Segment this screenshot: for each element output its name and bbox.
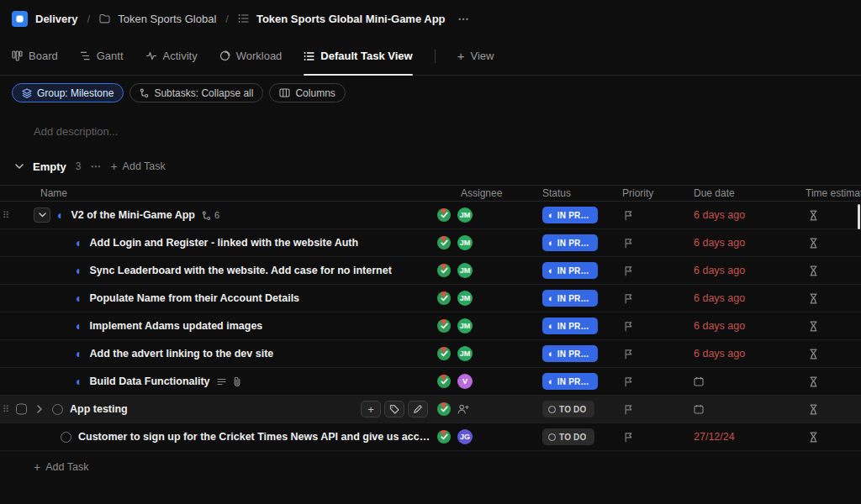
progress-check-icon[interactable] (437, 236, 451, 249)
priority-cell[interactable] (615, 432, 687, 443)
due-date-cell[interactable]: 6 days ago (687, 237, 799, 249)
status-badge[interactable]: ◐IN PROGRESS (542, 373, 598, 390)
task-status-in-progress-icon[interactable]: ◐ (76, 265, 82, 276)
priority-cell[interactable] (615, 265, 687, 276)
status-badge[interactable]: ◐IN PROGRESS (542, 234, 598, 251)
progress-check-icon[interactable] (437, 208, 451, 222)
column-header-due-date[interactable]: Due date (687, 187, 799, 199)
status-badge[interactable]: ◐IN PROGRESS (542, 290, 598, 307)
breadcrumb-more-icon[interactable]: ⋯ (458, 13, 470, 25)
due-date-cell[interactable] (687, 404, 799, 414)
assignee-avatar[interactable]: JM (457, 291, 473, 306)
time-estimate-cell[interactable] (799, 321, 861, 332)
task-row[interactable]: ◐Add Login and Register - linked with th… (0, 229, 861, 257)
priority-cell[interactable] (615, 404, 687, 415)
description-icon[interactable] (217, 378, 226, 386)
due-date-cell[interactable]: 6 days ago (687, 209, 799, 221)
due-date-cell[interactable] (687, 376, 799, 386)
task-name[interactable]: Customer to sign up for the Cricket Time… (78, 431, 433, 443)
task-row[interactable]: ◐Sync Leaderboard with the website. Add … (0, 257, 861, 285)
due-date-cell[interactable]: 27/12/24 (687, 431, 799, 443)
tab-board[interactable]: Board (12, 37, 58, 75)
status-badge[interactable]: TO DO (542, 428, 594, 445)
time-estimate-cell[interactable] (799, 293, 861, 304)
task-row[interactable]: ◐Populate Name from their Account Detail… (0, 285, 861, 312)
task-row[interactable]: ⠿◐V2 of the Mini-Game App6JM◐IN PROGRESS… (0, 202, 861, 229)
task-row[interactable]: Customer to sign up for the Cricket Time… (0, 423, 861, 451)
assignee-avatar[interactable]: JM (457, 207, 473, 223)
task-name[interactable]: Add the advert linking to the dev site (89, 348, 273, 360)
assignee-avatar[interactable]: JM (457, 235, 473, 250)
column-header-status[interactable]: Status (536, 187, 615, 199)
column-header-name[interactable]: Name (0, 187, 433, 199)
row-select-checkbox[interactable] (16, 404, 27, 415)
due-date-cell[interactable]: 6 days ago (687, 348, 799, 360)
due-date-cell[interactable]: 6 days ago (687, 292, 799, 304)
time-estimate-cell[interactable] (799, 349, 861, 360)
assignee-avatar[interactable]: JM (457, 263, 473, 278)
priority-cell[interactable] (615, 293, 687, 304)
task-status-in-progress-icon[interactable]: ◐ (76, 237, 82, 249)
breadcrumb-space[interactable]: Delivery (35, 13, 78, 25)
breadcrumb-list[interactable]: Token Sports Global Mini-Game App (256, 13, 446, 25)
due-date-cell[interactable]: 6 days ago (687, 265, 799, 276)
due-date-cell[interactable]: 6 days ago (687, 320, 799, 332)
tab-workload[interactable]: Workload (219, 37, 283, 75)
priority-cell[interactable] (615, 210, 687, 221)
priority-cell[interactable] (615, 238, 687, 249)
time-estimate-cell[interactable] (799, 432, 861, 443)
progress-check-icon[interactable] (437, 319, 451, 333)
subtask-count-badge[interactable]: 6 (202, 210, 219, 220)
add-assignee-icon[interactable] (457, 404, 469, 414)
progress-check-icon[interactable] (437, 430, 451, 444)
columns-button[interactable]: Columns (269, 83, 345, 102)
progress-check-icon[interactable] (437, 264, 451, 277)
time-estimate-cell[interactable] (799, 238, 861, 249)
task-name[interactable]: Populate Name from their Account Details (89, 292, 299, 304)
breadcrumb-folder[interactable]: Token Sports Global (118, 13, 216, 25)
add-subtask-button[interactable]: + (361, 401, 381, 417)
expand-chevron-icon[interactable] (34, 405, 45, 413)
footer-add-task-button[interactable]: + Add Task (34, 460, 88, 474)
progress-check-icon[interactable] (437, 347, 451, 360)
column-header-time-estimate[interactable]: Time estimate (799, 187, 861, 199)
task-name[interactable]: Implement Adams updated images (89, 320, 262, 332)
task-row[interactable]: ◐Add the advert linking to the dev siteJ… (0, 340, 861, 368)
assignee-avatar[interactable]: JM (457, 318, 473, 333)
time-estimate-cell[interactable] (799, 376, 861, 387)
status-badge[interactable]: ◐IN PROGRESS (542, 207, 598, 223)
attachment-icon[interactable] (233, 376, 241, 387)
column-header-priority[interactable]: Priority (615, 187, 687, 199)
task-name[interactable]: App testing (70, 403, 128, 415)
group-name[interactable]: Empty (33, 160, 66, 173)
task-status-todo-icon[interactable] (61, 432, 71, 443)
time-estimate-cell[interactable] (799, 265, 861, 276)
assignee-avatar[interactable]: V (457, 374, 473, 389)
task-name[interactable]: Add Login and Register - linked with the… (89, 237, 358, 249)
subtasks-button[interactable]: Subtasks: Collapse all (129, 83, 263, 102)
assignee-avatar[interactable]: JM (457, 346, 473, 361)
task-row[interactable]: ◐Build Data FunctionalityV◐IN PROGRESS (0, 368, 861, 396)
task-status-in-progress-icon[interactable]: ◐ (57, 209, 64, 221)
status-badge[interactable]: ◐IN PROGRESS (542, 262, 598, 279)
progress-check-icon[interactable] (437, 402, 451, 416)
tab-default-task-view[interactable]: Default Task View (304, 37, 412, 75)
priority-cell[interactable] (615, 321, 687, 332)
status-badge[interactable]: TO DO (542, 401, 594, 417)
progress-check-icon[interactable] (437, 291, 451, 305)
task-name[interactable]: Build Data Functionality (89, 375, 209, 387)
task-status-in-progress-icon[interactable]: ◐ (76, 320, 82, 332)
list-description-input[interactable]: Add description... (34, 125, 861, 138)
task-status-in-progress-icon[interactable]: ◐ (76, 348, 82, 360)
task-row[interactable]: ◐Implement Adams updated imagesJM◐IN PRO… (0, 312, 861, 340)
priority-cell[interactable] (615, 376, 687, 387)
collapse-toggle-button[interactable] (34, 207, 50, 223)
tab-activity[interactable]: Activity (145, 37, 198, 75)
rename-button[interactable] (408, 401, 428, 417)
status-badge[interactable]: ◐IN PROGRESS (542, 318, 598, 334)
task-status-todo-icon[interactable] (52, 404, 63, 415)
scrollbar-thumb[interactable] (858, 204, 860, 229)
time-estimate-cell[interactable] (799, 210, 861, 221)
task-row[interactable]: ⠿App testing+TO DO (0, 396, 861, 423)
drag-handle[interactable]: ⠿ (3, 405, 9, 414)
